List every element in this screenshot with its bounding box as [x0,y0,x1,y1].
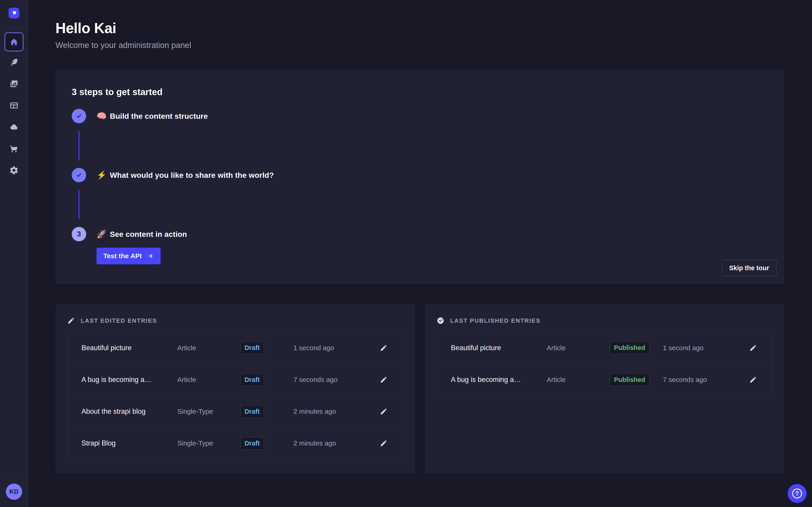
entry-time: 1 second ago [663,344,745,352]
arrow-right-icon [147,252,154,260]
entry-type: Article [547,344,610,352]
feather-icon [9,57,19,67]
gear-icon [9,166,19,175]
pencil-icon [380,439,388,447]
sidebar-item-home[interactable] [4,33,23,51]
last-edited-panel: LAST EDITED ENTRIES Beautiful picture Ar… [55,304,415,473]
edit-entry-button[interactable] [748,374,759,385]
entry-time: 1 second ago [294,344,375,352]
panel-title: LAST PUBLISHED ENTRIES [450,317,541,324]
question-mark-icon: ? [792,489,802,498]
status-badge: Draft [241,374,264,386]
step-label-text: What would you like to share with the wo… [110,171,274,180]
entry-type: Article [177,376,241,384]
edit-entry-button[interactable] [378,374,389,385]
sidebar-nav [0,27,28,176]
entry-time: 7 seconds ago [663,376,745,384]
cart-icon [9,144,19,154]
strapi-logo-icon [10,9,18,17]
pencil-icon [749,344,757,352]
page-header: Hello Kai Welcome to your administration… [55,20,784,50]
sidebar-item-settings[interactable] [9,165,19,176]
status-badge: Draft [241,405,264,418]
entry-title: Beautiful picture [82,344,177,352]
entry-row: Beautiful picture Article Draft 1 second… [67,332,403,364]
step-see-content-in-action: 3 🚀 See content in action [72,227,768,241]
test-api-button[interactable]: Test the API [97,248,161,264]
entry-title: A bug is becoming a… [451,376,547,384]
panel-title: LAST EDITED ENTRIES [81,317,157,324]
last-published-header: LAST PUBLISHED ENTRIES [437,317,773,325]
pencil-icon [67,317,75,325]
entry-time: 2 minutes ago [294,439,375,447]
entry-type: Single-Type [177,408,241,415]
onboarding-card: 3 steps to get started 🧠 Build the conte… [55,69,784,284]
pencil-icon [380,344,388,352]
pencil-icon [749,376,757,384]
sidebar-footer: KD [0,477,28,507]
step-label-text: See content in action [110,230,187,239]
last-edited-header: LAST EDITED ENTRIES [67,317,403,325]
check-circle-icon [437,317,444,325]
step-number-badge: 3 [72,227,86,241]
entry-type: Single-Type [177,439,241,447]
sidebar-footer-divider [0,477,28,477]
main-nav-sidebar: KD [0,0,28,507]
entry-row: Beautiful picture Article Published 1 se… [437,332,772,364]
layout-icon [9,101,19,110]
pencil-icon [380,408,388,415]
step-connector [79,190,80,219]
entry-row: A bug is becoming a… Article Draft 7 sec… [67,364,403,395]
entry-row: About the strapi blog Single-Type Draft … [67,395,403,427]
sidebar-item-content-type-builder[interactable] [9,100,19,111]
skip-tour-button[interactable]: Skip the tour [722,260,776,276]
entry-time: 7 seconds ago [294,376,375,384]
step-share-with-world: ⚡ What would you like to share with the … [72,168,768,182]
status-badge: Draft [241,341,264,354]
entry-title: Strapi Blog [82,439,177,447]
last-published-panel: LAST PUBLISHED ENTRIES Beautiful picture… [425,304,784,473]
entry-title: About the strapi blog [82,407,177,415]
step-done-check-icon [72,168,86,182]
edit-entry-button[interactable] [748,342,759,353]
entry-type: Article [547,376,610,384]
edit-entry-button[interactable] [378,406,389,417]
user-avatar[interactable]: KD [6,484,22,500]
sidebar-item-media-library[interactable] [9,78,19,89]
onboarding-steps: 🧠 Build the content structure ⚡ What wou… [72,109,768,264]
entry-row: A bug is becoming a… Article Published 7… [437,364,772,395]
main-content: Hello Kai Welcome to your administration… [28,0,812,507]
step-connector [79,131,80,160]
sidebar-item-deploy[interactable] [9,122,19,132]
strapi-admin-app: KD Hello Kai Welcome to your administrat… [0,0,812,507]
help-button[interactable]: ? [788,484,807,503]
rocket-emoji: 🚀 [97,229,107,239]
step-label-text: Build the content structure [110,112,208,121]
last-published-table: Beautiful picture Article Published 1 se… [437,332,773,396]
entries-panels: LAST EDITED ENTRIES Beautiful picture Ar… [55,304,784,473]
entry-type: Article [177,344,241,352]
sidebar-item-marketplace[interactable] [9,143,19,154]
onboarding-title: 3 steps to get started [72,87,768,97]
entry-time: 2 minutes ago [294,408,375,415]
entry-title: A bug is becoming a… [82,376,177,384]
page-subtitle: Welcome to your administration panel [55,41,784,50]
pencil-icon [380,376,388,384]
status-badge: Published [610,374,649,386]
step-done-check-icon [72,109,86,123]
status-badge: Draft [241,437,264,450]
home-icon [9,38,18,46]
cloud-icon [9,122,19,132]
sidebar-item-content-manager[interactable] [9,57,19,68]
last-edited-table: Beautiful picture Article Draft 1 second… [67,332,403,459]
brain-emoji: 🧠 [97,111,107,121]
edit-entry-button[interactable] [378,438,389,449]
entry-title: Beautiful picture [451,344,547,352]
page-title: Hello Kai [55,20,784,37]
strapi-logo[interactable] [9,8,19,18]
entry-row: Strapi Blog Single-Type Draft 2 minutes … [67,427,403,459]
step-build-content-structure: 🧠 Build the content structure [72,109,768,123]
edit-entry-button[interactable] [378,342,389,353]
lightning-emoji: ⚡ [97,170,107,180]
status-badge: Published [610,341,649,354]
